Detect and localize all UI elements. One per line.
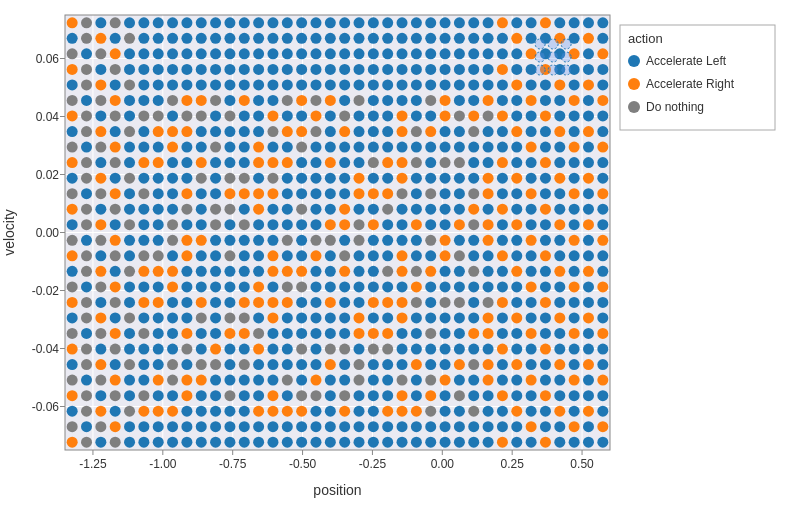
chart-container xyxy=(0,0,800,505)
